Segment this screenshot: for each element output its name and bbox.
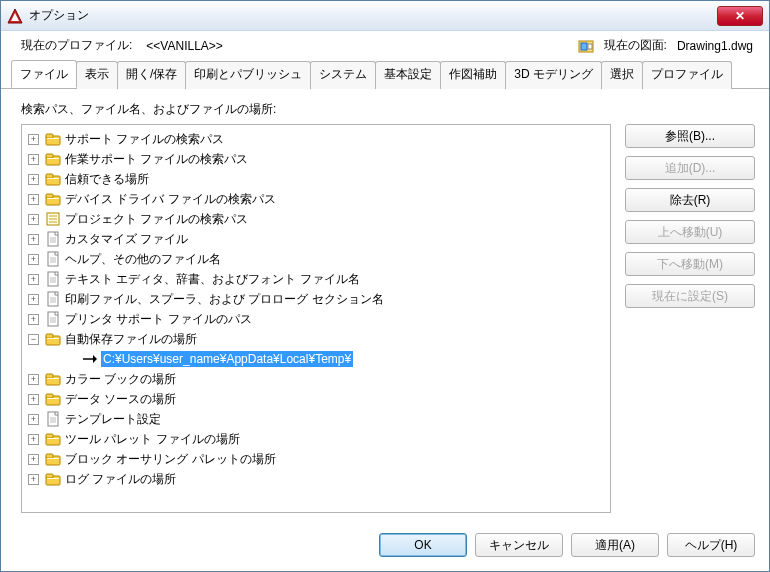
drawing-value: Drawing1.dwg <box>677 39 753 53</box>
tree-node[interactable]: +テキスト エディタ、辞書、およびフォント ファイル名 <box>22 269 610 289</box>
expand-toggle[interactable]: + <box>28 194 39 205</box>
tree-node-label: 作業サポート ファイルの検索パス <box>65 151 248 168</box>
tree-node[interactable]: +作業サポート ファイルの検索パス <box>22 149 610 169</box>
tree-node[interactable]: +ヘルプ、その他のファイル名 <box>22 249 610 269</box>
folder-icon <box>45 371 61 387</box>
expand-toggle[interactable]: + <box>28 234 39 245</box>
tab-2[interactable]: 開く/保存 <box>117 61 186 89</box>
section-label: 検索パス、ファイル名、およびファイルの場所: <box>21 101 755 118</box>
tree-node[interactable]: +ツール パレット ファイルの場所 <box>22 429 610 449</box>
tab-1[interactable]: 表示 <box>76 61 118 89</box>
apply-button[interactable]: 適用(A) <box>571 533 659 557</box>
tree-node-label: 自動保存ファイルの場所 <box>65 331 197 348</box>
expand-toggle[interactable]: + <box>28 394 39 405</box>
file-icon <box>45 231 61 247</box>
tree-child-node[interactable]: C:¥Users¥user_name¥AppData¥Local¥Temp¥ <box>22 349 610 369</box>
ok-button[interactable]: OK <box>379 533 467 557</box>
tree-node-label: データ ソースの場所 <box>65 391 176 408</box>
remove-button[interactable]: 除去(R) <box>625 188 755 212</box>
move-up-button[interactable]: 上へ移動(U) <box>625 220 755 244</box>
drawing-label: 現在の図面: <box>604 37 667 54</box>
tree-node[interactable]: +プロジェクト ファイルの検索パス <box>22 209 610 229</box>
tree-node[interactable]: +データ ソースの場所 <box>22 389 610 409</box>
folder-icon <box>45 131 61 147</box>
tree-node-label: プリンタ サポート ファイルのパス <box>65 311 252 328</box>
tab-4[interactable]: システム <box>310 61 376 89</box>
tree-node[interactable]: −自動保存ファイルの場所 <box>22 329 610 349</box>
tree-node[interactable]: +プリンタ サポート ファイルのパス <box>22 309 610 329</box>
folder-icon <box>45 331 61 347</box>
close-button[interactable]: ✕ <box>717 6 763 26</box>
folder-icon <box>45 151 61 167</box>
tree-node-label: プロジェクト ファイルの検索パス <box>65 211 248 228</box>
path-tree[interactable]: +サポート ファイルの検索パス+作業サポート ファイルの検索パス+信頼できる場所… <box>21 124 611 513</box>
tab-0[interactable]: ファイル <box>11 60 77 88</box>
expand-toggle[interactable]: + <box>28 174 39 185</box>
tree-node[interactable]: +カスタマイズ ファイル <box>22 229 610 249</box>
folder-icon <box>45 191 61 207</box>
tab-6[interactable]: 作図補助 <box>440 61 506 89</box>
expand-toggle[interactable]: + <box>28 374 39 385</box>
options-dialog: オプション ✕ 現在のプロファイル: <<VANILLA>> 現在の図面: Dr… <box>0 0 770 572</box>
tree-node[interactable]: +デバイス ドライバ ファイルの検索パス <box>22 189 610 209</box>
folder-icon <box>45 451 61 467</box>
sheet-icon <box>45 211 61 227</box>
cancel-button[interactable]: キャンセル <box>475 533 563 557</box>
collapse-toggle[interactable]: − <box>28 334 39 345</box>
toggle-spacer <box>64 354 75 365</box>
folder-icon <box>45 391 61 407</box>
expand-toggle[interactable]: + <box>28 254 39 265</box>
expand-toggle[interactable]: + <box>28 274 39 285</box>
folder-icon <box>45 171 61 187</box>
tree-node-label: テキスト エディタ、辞書、およびフォント ファイル名 <box>65 271 360 288</box>
help-button[interactable]: ヘルプ(H) <box>667 533 755 557</box>
tree-node-label: 印刷ファイル、スプーラ、および プロローグ セクション名 <box>65 291 384 308</box>
browse-button[interactable]: 参照(B)... <box>625 124 755 148</box>
titlebar: オプション ✕ <box>1 1 769 31</box>
tree-node-label: ヘルプ、その他のファイル名 <box>65 251 221 268</box>
side-button-column: 参照(B)... 追加(D)... 除去(R) 上へ移動(U) 下へ移動(M) … <box>625 124 755 513</box>
expand-toggle[interactable]: + <box>28 154 39 165</box>
tab-5[interactable]: 基本設定 <box>375 61 441 89</box>
tree-node-label: カスタマイズ ファイル <box>65 231 188 248</box>
file-icon <box>45 251 61 267</box>
app-icon <box>7 8 23 24</box>
tab-3[interactable]: 印刷とパブリッシュ <box>185 61 311 89</box>
file-icon <box>45 311 61 327</box>
tree-node[interactable]: +テンプレート設定 <box>22 409 610 429</box>
tab-strip: ファイル表示開く/保存印刷とパブリッシュシステム基本設定作図補助3D モデリング… <box>1 60 769 89</box>
tree-child-label: C:¥Users¥user_name¥AppData¥Local¥Temp¥ <box>101 351 353 367</box>
set-current-button[interactable]: 現在に設定(S) <box>625 284 755 308</box>
tree-node[interactable]: +信頼できる場所 <box>22 169 610 189</box>
file-icon <box>45 291 61 307</box>
expand-toggle[interactable]: + <box>28 134 39 145</box>
folder-icon <box>45 471 61 487</box>
expand-toggle[interactable]: + <box>28 294 39 305</box>
tree-node[interactable]: +印刷ファイル、スプーラ、および プロローグ セクション名 <box>22 289 610 309</box>
tab-content: 検索パス、ファイル名、およびファイルの場所: +サポート ファイルの検索パス+作… <box>1 89 769 523</box>
expand-toggle[interactable]: + <box>28 314 39 325</box>
tree-node-label: ブロック オーサリング パレットの場所 <box>65 451 276 468</box>
expand-toggle[interactable]: + <box>28 474 39 485</box>
tab-8[interactable]: 選択 <box>601 61 643 89</box>
close-icon: ✕ <box>735 9 745 23</box>
expand-toggle[interactable]: + <box>28 434 39 445</box>
tree-node[interactable]: +ログ ファイルの場所 <box>22 469 610 489</box>
tree-node[interactable]: +カラー ブックの場所 <box>22 369 610 389</box>
expand-toggle[interactable]: + <box>28 414 39 425</box>
expand-toggle[interactable]: + <box>28 214 39 225</box>
content-row: +サポート ファイルの検索パス+作業サポート ファイルの検索パス+信頼できる場所… <box>21 124 755 513</box>
file-icon <box>45 271 61 287</box>
tree-node-label: テンプレート設定 <box>65 411 161 428</box>
tab-9[interactable]: プロファイル <box>642 61 732 89</box>
tree-node[interactable]: +サポート ファイルの検索パス <box>22 129 610 149</box>
add-button[interactable]: 追加(D)... <box>625 156 755 180</box>
move-down-button[interactable]: 下へ移動(M) <box>625 252 755 276</box>
arrow-icon <box>81 351 97 367</box>
profile-label: 現在のプロファイル: <box>21 37 132 54</box>
expand-toggle[interactable]: + <box>28 454 39 465</box>
profile-row: 現在のプロファイル: <<VANILLA>> 現在の図面: Drawing1.d… <box>1 31 769 58</box>
tree-node[interactable]: +ブロック オーサリング パレットの場所 <box>22 449 610 469</box>
tree-node-label: 信頼できる場所 <box>65 171 149 188</box>
tab-7[interactable]: 3D モデリング <box>505 61 602 89</box>
